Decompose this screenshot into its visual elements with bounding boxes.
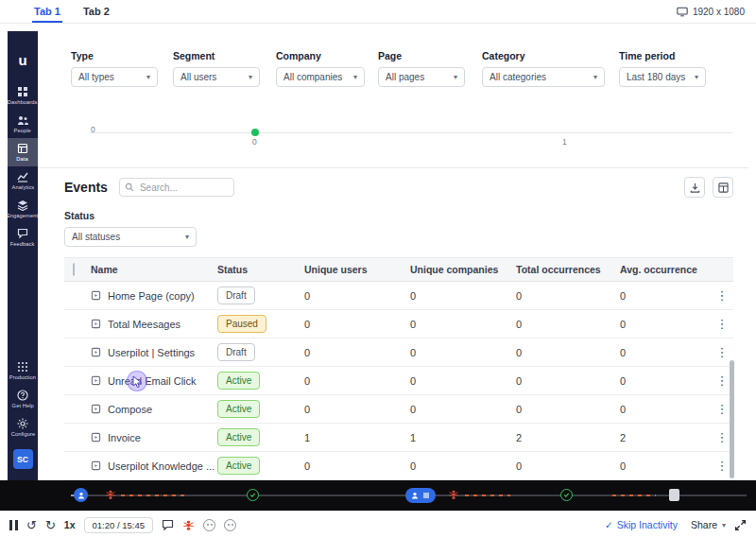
row-menu-button[interactable]: ⋮: [711, 318, 733, 330]
user-avatar[interactable]: SC: [13, 449, 33, 469]
sidebar-label: Data: [17, 156, 28, 162]
people-icon: [17, 114, 28, 126]
filter-time-period-select[interactable]: Last 180 days▾: [619, 67, 706, 87]
filter-value: All pages: [386, 72, 424, 82]
apps-grid-icon: [17, 361, 28, 373]
filter-category-select[interactable]: All categories▾: [482, 67, 605, 87]
filter-segment-select[interactable]: All users▾: [173, 67, 260, 87]
timeline-error-marker[interactable]: [448, 489, 459, 500]
playback-speed-button[interactable]: 1x: [64, 519, 76, 530]
chevron-down-icon: ▾: [146, 73, 150, 81]
event-name[interactable]: Userpilot Knowledge ...: [108, 460, 215, 472]
row-menu-button[interactable]: ⋮: [711, 346, 733, 358]
tab-1[interactable]: Tab 1: [32, 0, 62, 23]
timeline-inactivity-segment: [121, 495, 187, 496]
sidebar-label: Get Help: [11, 403, 33, 408]
table-row[interactable]: Total Meesages Paused 0 0 0 0 ⋮: [64, 310, 733, 338]
cell-unique-users: 0: [304, 404, 410, 415]
cell-unique-users: 0: [304, 319, 410, 330]
timeline-note-marker[interactable]: [669, 489, 679, 501]
event-icon: [91, 347, 101, 357]
search-input[interactable]: [119, 178, 234, 197]
replay-timeline[interactable]: [0, 480, 756, 511]
sidebar-label: Configure: [10, 431, 35, 437]
sidebar-item-analytics[interactable]: Analytics: [8, 166, 38, 195]
cell-unique-users: 0: [304, 347, 410, 358]
table-row[interactable]: Userpilot Knowledge ... Active 0 0 0 0 ⋮: [64, 452, 733, 480]
event-name[interactable]: Invoice: [108, 432, 141, 443]
cell-total-occurrences: 0: [516, 460, 620, 472]
sidebar-item-get-help[interactable]: Get Help: [8, 385, 38, 413]
table-row[interactable]: Home Page (copy) Draft 0 0 0 0 ⋮: [64, 282, 733, 310]
sidebar-item-data[interactable]: Data: [8, 138, 38, 166]
skip-back-button[interactable]: ↺: [26, 518, 37, 532]
event-name[interactable]: Unread Email Click: [108, 375, 197, 387]
sidebar-item-dashboards[interactable]: Dashboards: [8, 81, 38, 110]
events-search: [119, 178, 234, 198]
table-row[interactable]: Invoice Active 1 1 2 2 ⋮: [64, 424, 733, 452]
chevron-down-icon: ▾: [185, 233, 189, 241]
row-menu-button[interactable]: ⋮: [711, 289, 733, 302]
share-button[interactable]: Share ▾: [686, 519, 726, 530]
timeline-success-marker[interactable]: [247, 489, 259, 501]
filter-value: Last 180 days: [627, 72, 685, 82]
filter-value: All types: [78, 72, 114, 82]
columns-button[interactable]: [713, 177, 733, 198]
skip-forward-button[interactable]: ↻: [45, 518, 56, 532]
event-name[interactable]: Home Page (copy): [108, 290, 195, 302]
check-icon: [563, 492, 570, 498]
timeline-event-group-marker[interactable]: [405, 488, 436, 503]
reaction-button[interactable]: [203, 519, 215, 531]
status-badge: Paused: [217, 315, 266, 333]
chart-x-tick-1: 1: [562, 137, 567, 147]
chart-baseline: [90, 132, 732, 133]
col-unique-companies: Unique companies: [410, 264, 516, 275]
timeline-event-marker[interactable]: [74, 488, 88, 502]
sidebar-item-configure[interactable]: Configure: [8, 413, 38, 442]
filter-category: Category All categories▾: [482, 50, 605, 87]
filter-label: Type: [71, 50, 158, 61]
feedback-icon: [17, 228, 28, 239]
emoji-button[interactable]: [224, 519, 236, 531]
comments-button[interactable]: [162, 519, 174, 531]
event-name[interactable]: Total Meesages: [108, 319, 180, 330]
table-scrollbar[interactable]: [730, 360, 734, 478]
filter-segment: Segment All users▾: [173, 50, 260, 87]
sidebar-item-production[interactable]: Production: [8, 356, 38, 385]
event-name[interactable]: Userpilot | Settings: [108, 347, 195, 358]
table-row[interactable]: Userpilot | Settings Draft 0 0 0 0 ⋮: [64, 338, 733, 367]
cell-unique-companies: 1: [410, 432, 516, 443]
select-all-checkbox[interactable]: [73, 263, 75, 276]
event-name[interactable]: Compose: [108, 404, 152, 415]
cell-avg-occurrence: 2: [620, 432, 711, 443]
filter-page-select[interactable]: All pages▾: [378, 67, 465, 87]
pause-button[interactable]: [9, 520, 18, 530]
cell-unique-companies: 0: [410, 404, 516, 415]
sidebar-item-feedback[interactable]: Feedback: [8, 223, 38, 252]
sidebar-label: Analytics: [11, 184, 34, 190]
timeline-success-marker[interactable]: [560, 489, 573, 501]
dashboards-icon: [17, 86, 28, 97]
timeline-inactivity-segment: [612, 495, 656, 496]
table-columns-icon: [718, 182, 729, 193]
filter-type-select[interactable]: All types▾: [71, 67, 158, 87]
fullscreen-button[interactable]: [734, 519, 747, 531]
event-icon: [91, 404, 101, 414]
sidebar-item-people[interactable]: People: [8, 110, 38, 138]
timeline-error-marker[interactable]: [105, 489, 116, 500]
filter-value: All categories: [490, 72, 546, 82]
filter-company-select[interactable]: All companies▾: [276, 67, 365, 87]
share-label: Share: [691, 519, 717, 530]
events-section: Events Status All stat: [64, 175, 733, 480]
table-row[interactable]: Unread Email Click Active 0 0 0 0 ⋮: [64, 367, 733, 395]
sidebar-item-engagement[interactable]: Engagement: [8, 195, 38, 223]
skip-inactivity-toggle[interactable]: ✓ Skip Inactivity: [605, 519, 678, 530]
event-icon: [91, 375, 101, 386]
tab-2[interactable]: Tab 2: [81, 0, 112, 23]
status-filter-select[interactable]: All statuses▾: [64, 227, 197, 247]
download-button[interactable]: [684, 177, 705, 198]
cell-total-occurrences: 2: [516, 432, 620, 443]
errors-filter-button[interactable]: [182, 519, 195, 531]
table-row[interactable]: Compose Active 0 0 0 0 ⋮: [64, 395, 733, 424]
monitor-icon: [677, 7, 688, 17]
